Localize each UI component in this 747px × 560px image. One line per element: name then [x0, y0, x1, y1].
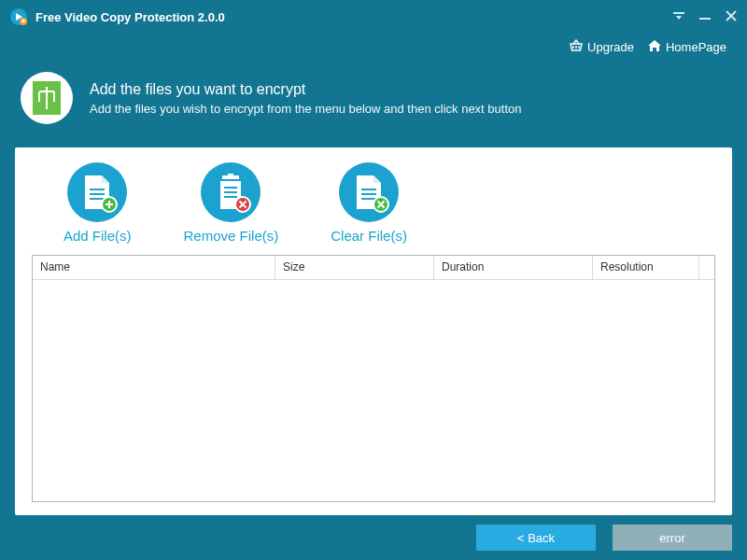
dropdown-icon[interactable] — [672, 9, 685, 25]
error-button[interactable]: error — [613, 525, 732, 551]
svg-rect-2 — [22, 20, 25, 22]
app-icon — [9, 7, 28, 26]
svg-rect-4 — [699, 18, 711, 20]
clear-icon — [373, 196, 389, 213]
add-files-button[interactable]: Add File(s) — [63, 162, 132, 244]
svg-rect-14 — [224, 187, 237, 189]
table-header: Name Size Duration Resolution — [33, 256, 714, 280]
add-files-label: Add File(s) — [63, 228, 132, 244]
minimize-icon[interactable] — [698, 9, 712, 25]
svg-rect-13 — [228, 174, 233, 176]
app-title: Free Video Copy Protection 2.0.0 — [35, 10, 225, 24]
col-name[interactable]: Name — [33, 256, 275, 279]
header-links: Upgrade HomePage — [0, 34, 747, 64]
main-panel: Add File(s) Remove File(s) Clear File(s)… — [15, 147, 732, 515]
instruction-banner: Add the files you want to encrypt Add th… — [0, 64, 747, 141]
svg-rect-3 — [673, 12, 684, 14]
col-resolution[interactable]: Resolution — [593, 256, 699, 279]
banner-title: Add the files you want to encrypt — [90, 81, 521, 98]
remove-files-label: Remove File(s) — [184, 228, 279, 244]
svg-rect-17 — [361, 189, 376, 190]
upgrade-link[interactable]: Upgrade — [569, 39, 634, 55]
svg-rect-15 — [224, 191, 237, 193]
banner-zip-icon — [21, 72, 73, 124]
homepage-label: HomePage — [666, 40, 726, 54]
col-duration[interactable]: Duration — [434, 256, 593, 279]
banner-subtitle: Add the files you wish to encrypt from t… — [90, 102, 521, 116]
footer-buttons: < Back error — [476, 525, 732, 551]
window-controls — [672, 9, 738, 25]
remove-icon — [234, 196, 251, 213]
actions-row: Add File(s) Remove File(s) Clear File(s) — [32, 159, 715, 253]
back-button[interactable]: < Back — [476, 525, 596, 551]
basket-icon — [569, 39, 584, 55]
col-size[interactable]: Size — [275, 256, 434, 279]
remove-files-button[interactable]: Remove File(s) — [184, 162, 279, 244]
home-icon — [647, 39, 662, 55]
clear-files-button[interactable]: Clear File(s) — [331, 162, 407, 244]
close-icon[interactable] — [725, 9, 738, 25]
clear-files-label: Clear File(s) — [331, 228, 407, 244]
title-bar: Free Video Copy Protection 2.0.0 — [0, 0, 747, 34]
svg-rect-16 — [224, 196, 237, 198]
upgrade-label: Upgrade — [587, 40, 634, 54]
file-table: Name Size Duration Resolution — [32, 255, 715, 502]
svg-rect-18 — [361, 193, 376, 195]
svg-rect-11 — [90, 193, 105, 195]
plus-icon — [101, 196, 118, 213]
homepage-link[interactable]: HomePage — [647, 39, 726, 55]
col-spacer — [699, 256, 714, 279]
svg-rect-10 — [90, 189, 105, 190]
